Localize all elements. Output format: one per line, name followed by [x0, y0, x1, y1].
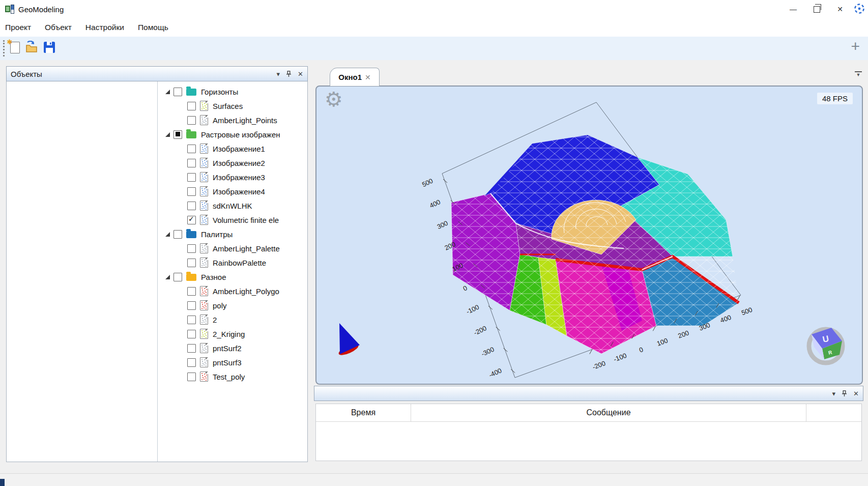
tree-row[interactable]: Разное — [158, 270, 307, 284]
tree-row[interactable]: Палитры — [158, 227, 307, 241]
tree-checkbox[interactable] — [187, 316, 196, 324]
tree-row[interactable]: sdKnWLHK — [158, 198, 307, 213]
tree-checkbox[interactable] — [187, 244, 196, 253]
menu-project[interactable]: Проект — [5, 23, 31, 32]
panel-close-icon[interactable]: ✕ — [298, 71, 303, 77]
axis-label: 100 — [656, 336, 669, 348]
tree-item-label: RainbowPalette — [213, 259, 266, 267]
tree-checkbox[interactable] — [187, 287, 196, 296]
tree-item-label: Палитры — [201, 230, 233, 239]
menu-bar: Проект Объект Настройки Помощь — [0, 18, 868, 37]
tree-row[interactable]: pntSurf3 — [158, 355, 307, 369]
expander-icon[interactable] — [164, 89, 170, 95]
tree-row[interactable]: Test_poly — [158, 369, 307, 384]
tree-row[interactable]: Volumetric finite ele — [158, 213, 307, 227]
tree-checkbox[interactable] — [173, 88, 182, 96]
bottom-left-accent — [0, 479, 5, 486]
tree-row[interactable]: Растровые изображен — [158, 127, 307, 141]
tree-checkbox[interactable] — [187, 159, 196, 167]
pin-icon[interactable] — [286, 71, 292, 77]
tree-row[interactable]: Горизонты — [158, 84, 307, 99]
folder-icon — [186, 131, 196, 138]
restore-icon — [814, 6, 820, 13]
minimize-button[interactable]: — — [782, 0, 805, 18]
expander-icon[interactable] — [164, 274, 170, 280]
column-time[interactable]: Время — [316, 404, 411, 421]
menu-help[interactable]: Помощь — [138, 23, 168, 32]
tree-item-label: AmberLight_Polygo — [213, 287, 279, 296]
object-tree: ГоризонтыSurfacesAmberLight_PointsРастро… — [157, 81, 307, 462]
toolbar-grip[interactable] — [3, 40, 6, 56]
tree-row[interactable]: 2 — [158, 312, 307, 327]
document-icon — [200, 243, 208, 253]
tree-row[interactable]: Изображение4 — [158, 184, 307, 198]
tree-checkbox[interactable] — [173, 273, 182, 281]
close-button[interactable]: ✕ — [828, 0, 852, 18]
tree-item-label: 2_Kriging — [213, 330, 245, 338]
panel-close-icon[interactable]: ✕ — [853, 390, 859, 397]
tree-item-label: Изображение3 — [213, 173, 265, 182]
tree-checkbox[interactable] — [187, 187, 196, 196]
tree-row[interactable]: Изображение2 — [158, 156, 307, 170]
panel-menu-icon[interactable]: ▾ — [832, 390, 836, 397]
menu-object[interactable]: Объект — [45, 23, 72, 32]
tree-row[interactable]: poly — [158, 298, 307, 312]
expander-icon[interactable] — [164, 131, 170, 138]
axis-label: -300 — [480, 346, 496, 358]
tree-row[interactable]: Surfaces — [158, 99, 307, 113]
add-panel-button[interactable]: + — [851, 38, 860, 55]
document-icon — [200, 158, 208, 168]
panel-menu-icon[interactable]: ▾ — [277, 71, 280, 77]
tree-checkbox[interactable] — [187, 373, 196, 381]
tree-item-label: Растровые изображен — [201, 130, 280, 139]
tree-checkbox[interactable] — [173, 130, 182, 139]
tree-checkbox[interactable] — [173, 230, 182, 239]
tree-checkbox[interactable] — [187, 344, 196, 353]
new-project-button[interactable]: ✱ — [7, 40, 22, 55]
tree-row[interactable]: AmberLight_Polygo — [158, 284, 307, 298]
tree-checkbox[interactable] — [187, 202, 196, 210]
tree-checkbox[interactable] — [187, 216, 196, 224]
tree-row[interactable]: AmberLight_Palette — [158, 241, 307, 255]
document-icon — [200, 101, 208, 111]
column-message[interactable]: Сообщение — [411, 404, 806, 421]
tab-close-icon[interactable]: ✕ — [365, 73, 371, 81]
tree-checkbox[interactable] — [187, 145, 196, 153]
document-icon — [200, 343, 208, 353]
document-icon — [200, 286, 208, 296]
tree-checkbox[interactable] — [187, 301, 196, 310]
save-project-button[interactable] — [42, 40, 57, 55]
tree-checkbox[interactable] — [187, 173, 196, 182]
status-bar — [0, 473, 868, 486]
tree-row[interactable]: Изображение1 — [158, 141, 307, 156]
tree-row[interactable]: 2_Kriging — [158, 327, 307, 341]
tree-checkbox[interactable] — [187, 330, 196, 338]
tree-row[interactable]: RainbowPalette — [158, 255, 307, 270]
tree-checkbox[interactable] — [187, 259, 196, 267]
new-file-icon: ✱ — [10, 42, 20, 53]
tree-row[interactable]: pntSurf2 — [158, 341, 307, 355]
tree-item-label: Test_poly — [213, 373, 245, 381]
expander-icon[interactable] — [164, 231, 170, 238]
axis-label: -400 — [487, 366, 503, 379]
tree-checkbox[interactable] — [187, 116, 196, 125]
tree-checkbox[interactable] — [187, 102, 196, 110]
objects-panel-header: Объекты ▾ ✕ — [6, 66, 308, 81]
tree-row[interactable]: AmberLight_Points — [158, 113, 307, 127]
tab-list-icon[interactable]: ▼ — [855, 71, 862, 77]
restore-button[interactable] — [805, 0, 828, 18]
axis-label: 300 — [436, 219, 449, 231]
tree-item-label: Разное — [201, 273, 226, 281]
menu-settings[interactable]: Настройки — [85, 23, 124, 32]
viewport-window1[interactable]: 5004003002001000-100-200-300-400 -200-10… — [315, 85, 863, 385]
tree-checkbox[interactable] — [187, 358, 196, 367]
message-panel-header: ▾ ✕ — [314, 386, 863, 401]
objects-panel-body: ГоризонтыSurfacesAmberLight_PointsРастро… — [6, 81, 308, 462]
tree-row[interactable]: Изображение3 — [158, 170, 307, 184]
main-toolbar: ✱ ▾ + — [0, 37, 868, 60]
fps-counter: 48 FPS — [817, 93, 853, 104]
open-project-button[interactable] — [24, 40, 40, 55]
pin-icon[interactable] — [842, 390, 847, 397]
viewport-settings-gear-icon[interactable]: ⚙ — [325, 88, 343, 111]
tab-window1[interactable]: Окно1 ✕ — [330, 68, 380, 86]
